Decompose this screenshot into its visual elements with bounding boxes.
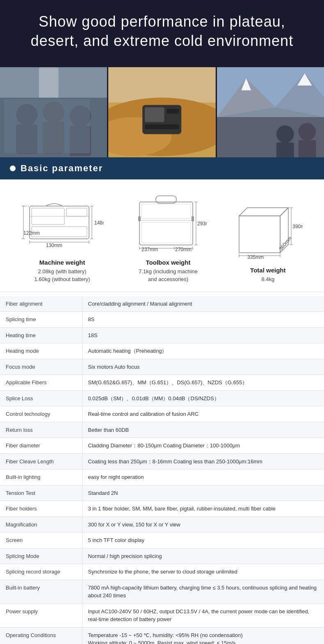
svg-point-7 [43,101,64,122]
svg-text:293mm: 293mm [197,221,207,227]
toolbox-svg: 293mm 237mm 270mm [129,192,207,251]
svg-text:122mm: 122mm [23,230,40,236]
spec-value: Input AC100-240V 50 / 60HZ, output DC13.… [82,603,324,627]
svg-rect-34 [32,227,87,237]
svg-marker-4 [39,67,59,68]
svg-point-14 [108,117,171,156]
spec-label: Tension Test [0,485,82,501]
toolbox-title: Toolbox weight [146,259,191,266]
spec-label: Applicable Fibers [0,375,82,391]
svg-point-9 [70,105,91,127]
total-diagram: 390mm 335mm 360mm [233,202,303,261]
svg-rect-16 [145,107,164,122]
machine-svg: 148mm 130mm 122mm [21,194,103,251]
svg-marker-25 [297,73,312,86]
table-row: Fiber diameterCladding Diameter：80-150μm… [0,438,324,454]
spec-value: Six motors Auto focus [82,359,324,375]
header-title: Show good performance in plateau, desert… [25,12,299,51]
svg-rect-18 [145,124,179,129]
svg-rect-0 [0,67,107,157]
table-row: Heating modeAutomatic heating（Preheating… [0,343,324,359]
svg-rect-52 [141,204,191,218]
svg-point-29 [298,123,316,141]
svg-point-13 [108,98,215,156]
svg-rect-26 [217,117,324,157]
table-row: Splicing ModeNormal / high precision spl… [0,548,324,564]
machine-value: 2.08kg (with battery)1.60kg (without bat… [34,268,90,283]
table-row: Operating ConditionsTemperature -15 ~ +5… [0,627,324,644]
machine-title: Machine weight [39,259,85,266]
spec-value: Normal / high precision splicing [82,548,324,564]
svg-rect-15 [142,105,181,134]
spec-label: Fiber Cleave Length [0,454,82,469]
svg-marker-23 [275,73,324,117]
table-row: Splicing record storageSynchronize to th… [0,564,324,580]
table-row: Splice Loss0.025dB（SM）、0.01dB（MM）0.04dB（… [0,390,324,406]
spec-label: Focus mode [0,359,82,375]
table-row: Focus modeSix motors Auto focus [0,359,324,375]
svg-text:390mm: 390mm [292,224,303,229]
spec-value: SM(G.652&G.657)、MM（G.651）、DS(G.657)、NZDS… [82,375,324,391]
spec-value: 8S [82,312,324,328]
spec-value: 300 for X or Y view, 150 for X or Y view [82,517,324,533]
spec-label: Built-in battery [0,580,82,603]
spec-label: Heating time [0,327,82,343]
section-header: Basic parameter [0,157,324,179]
svg-rect-6 [16,124,37,153]
svg-rect-8 [43,122,64,153]
spec-value: Synchronize to the phone, the server to … [82,564,324,580]
table-row: Fiber Cleave LengthCoating less than 250… [0,454,324,469]
svg-text:335mm: 335mm [247,254,264,259]
table-row: Tension TestStandard 2N [0,485,324,501]
photo-3 [217,67,324,157]
svg-marker-21 [217,73,324,117]
svg-point-27 [276,125,294,143]
svg-rect-55 [192,216,194,221]
photo-1 [0,67,107,157]
spec-label: Control technology [0,406,82,422]
svg-marker-24 [241,78,251,90]
spec-label: Heating mode [0,343,82,359]
spec-label: Screen [0,533,82,549]
header-section: Show good performance in plateau, desert… [0,0,324,67]
spec-label: Operating Conditions [0,627,82,644]
svg-rect-19 [217,67,324,157]
spec-label: Splicing record storage [0,564,82,580]
svg-rect-12 [108,67,215,102]
svg-marker-22 [217,78,276,117]
svg-rect-28 [276,142,294,157]
svg-rect-11 [108,67,215,157]
svg-text:270mm: 270mm [175,247,192,251]
photo-2 [108,67,215,157]
spec-value: 18S [82,327,324,343]
section-dot [10,166,16,171]
svg-text:130mm: 130mm [46,243,62,248]
spec-value: Coating less than 250μm：8-16mm Coating l… [82,454,324,469]
dimensions-section: 148mm 130mm 122mm Machine weight 2.08kg … [0,179,324,292]
table-row: Built-in lightingeasy for night operatio… [0,469,324,485]
spec-value: Automatic heating（Preheating） [82,343,324,359]
spec-label: Fiber holders [0,501,82,517]
machine-diagram: 148mm 130mm 122mm [21,194,103,253]
table-row: Magnification300 for X or Y view, 150 fo… [0,517,324,533]
photo-strip [0,67,324,157]
table-row: Fiber alignmentCore/cladding alignment /… [0,296,324,312]
table-row: Power supplyInput AC100-240V 50 / 60HZ, … [0,603,324,627]
total-value: 8.4kg [261,275,274,283]
svg-rect-30 [298,140,316,157]
machine-dim: 148mm 130mm 122mm Machine weight 2.08kg … [21,194,103,283]
svg-rect-33 [66,208,87,216]
spec-label: Magnification [0,517,82,533]
svg-rect-10 [70,126,91,156]
svg-rect-20 [217,67,324,117]
spec-label: Return loss [0,422,82,438]
svg-text:237mm: 237mm [141,247,158,251]
spec-value: Better than 60DB [82,422,324,438]
table-row: Fiber holders3 in 1 fiber holder, SM, MM… [0,501,324,517]
table-row: Return lossBetter than 60DB [0,422,324,438]
table-row: Splicing time8S [0,312,324,328]
spec-value: 7800 mA high-capacity lithium battery, c… [82,580,324,603]
table-row: Built-in battery7800 mA high-capacity li… [0,580,324,603]
total-title: Total weight [250,267,285,274]
total-dim: 390mm 335mm 360mm Total weight 8.4kg [233,202,303,283]
